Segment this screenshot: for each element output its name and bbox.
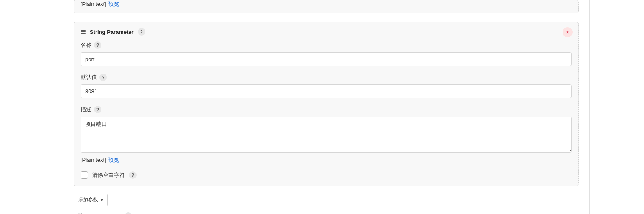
description-field-group: 描述 ? [Plain text] 预览 [81, 106, 572, 164]
default-value-label: 默认值 [81, 74, 97, 81]
trim-label: 清除空白字符 [92, 171, 125, 179]
help-icon[interactable]: ? [124, 212, 132, 214]
remove-parameter-button[interactable]: ✕ [563, 27, 573, 37]
trim-field-group: 清除空白字符 ? [81, 171, 572, 179]
description-textarea[interactable] [81, 117, 572, 153]
help-icon[interactable]: ? [94, 106, 101, 113]
default-value-field-group: 默认值 ? [81, 74, 572, 98]
add-parameter-button[interactable]: 添加参数 [74, 194, 108, 206]
description-footer: [Plain text] 预览 [81, 156, 572, 164]
help-icon[interactable]: ? [129, 171, 137, 179]
previous-parameter-panel: [Plain text] 预览 [74, 0, 579, 13]
description-footer-prev: [Plain text] 预览 [81, 0, 572, 8]
preview-link[interactable]: 预览 [108, 157, 119, 163]
chevron-down-icon [101, 199, 103, 201]
help-icon[interactable]: ? [99, 74, 107, 81]
throttle-builds-row: Throttle builds ? [77, 212, 579, 214]
drag-handle-icon[interactable] [81, 30, 86, 34]
name-label: 名称 [81, 41, 91, 49]
description-label: 描述 [81, 106, 91, 113]
trim-checkbox[interactable] [81, 171, 88, 179]
parameter-type-title: String Parameter [90, 29, 134, 35]
help-icon[interactable]: ? [94, 41, 101, 49]
name-field-group: 名称 ? [81, 41, 572, 66]
close-icon: ✕ [565, 29, 570, 35]
add-parameter-label: 添加参数 [78, 196, 98, 204]
name-input[interactable] [81, 52, 572, 66]
plain-text-marker: [Plain text] [81, 1, 106, 7]
preview-link[interactable]: 预览 [108, 1, 119, 7]
plain-text-marker: [Plain text] [81, 157, 106, 163]
default-value-input[interactable] [81, 84, 572, 98]
string-parameter-panel: ✕ String Parameter ? 名称 ? 默认值 ? [74, 22, 579, 186]
panel-header: String Parameter ? [81, 28, 572, 36]
help-icon[interactable]: ? [138, 28, 145, 36]
